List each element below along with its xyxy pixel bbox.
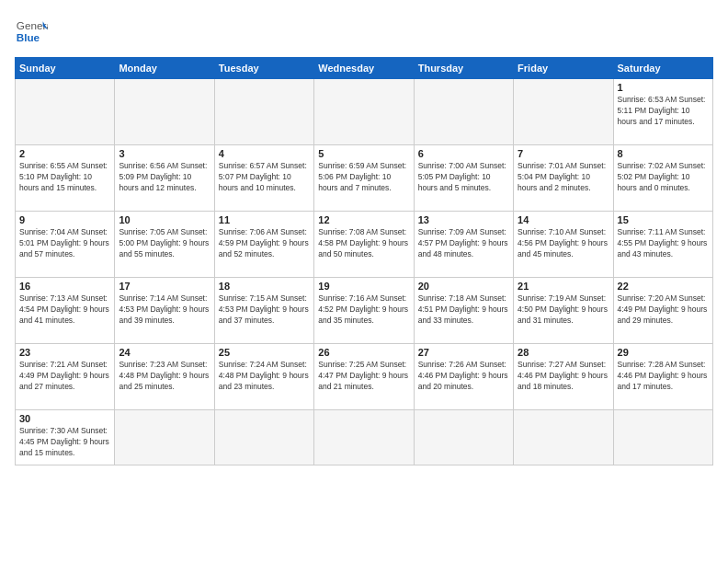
day-number: 20	[418, 281, 509, 292]
day-number: 27	[418, 347, 509, 358]
day-number: 18	[219, 281, 310, 292]
day-info: Sunrise: 7:19 AM Sunset: 4:50 PM Dayligh…	[518, 293, 609, 327]
week-row-3: 9Sunrise: 7:04 AM Sunset: 5:01 PM Daylig…	[16, 212, 713, 278]
week-row-5: 23Sunrise: 7:21 AM Sunset: 4:49 PM Dayli…	[16, 344, 713, 410]
day-number: 14	[518, 214, 609, 225]
calendar-cell: 5Sunrise: 6:59 AM Sunset: 5:06 PM Daylig…	[314, 145, 414, 212]
week-row-1: 1Sunrise: 6:53 AM Sunset: 5:11 PM Daylig…	[16, 79, 713, 145]
day-info: Sunrise: 7:04 AM Sunset: 5:01 PM Dayligh…	[19, 227, 110, 260]
day-info: Sunrise: 7:21 AM Sunset: 4:49 PM Dayligh…	[19, 360, 110, 393]
day-info: Sunrise: 7:05 AM Sunset: 5:00 PM Dayligh…	[119, 227, 210, 260]
calendar-table: SundayMondayTuesdayWednesdayThursdayFrid…	[15, 57, 713, 465]
weekday-header-monday: Monday	[115, 58, 214, 79]
day-info: Sunrise: 7:24 AM Sunset: 4:48 PM Dayligh…	[219, 360, 310, 393]
calendar-cell: 19Sunrise: 7:16 AM Sunset: 4:52 PM Dayli…	[314, 278, 414, 344]
week-row-2: 2Sunrise: 6:55 AM Sunset: 5:10 PM Daylig…	[16, 145, 713, 212]
calendar-cell	[115, 79, 214, 145]
calendar-cell: 26Sunrise: 7:25 AM Sunset: 4:47 PM Dayli…	[314, 344, 414, 410]
day-info: Sunrise: 7:23 AM Sunset: 4:48 PM Dayligh…	[119, 360, 210, 393]
calendar-cell: 14Sunrise: 7:10 AM Sunset: 4:56 PM Dayli…	[514, 212, 613, 278]
calendar-cell: 12Sunrise: 7:08 AM Sunset: 4:58 PM Dayli…	[314, 212, 414, 278]
day-info: Sunrise: 7:16 AM Sunset: 4:52 PM Dayligh…	[318, 293, 409, 327]
day-info: Sunrise: 6:57 AM Sunset: 5:07 PM Dayligh…	[219, 161, 310, 194]
day-info: Sunrise: 7:11 AM Sunset: 4:55 PM Dayligh…	[618, 227, 709, 260]
day-number: 1	[618, 82, 709, 93]
calendar-cell: 16Sunrise: 7:13 AM Sunset: 4:54 PM Dayli…	[16, 278, 115, 344]
weekday-header-thursday: Thursday	[414, 58, 513, 79]
calendar-cell: 9Sunrise: 7:04 AM Sunset: 5:01 PM Daylig…	[16, 212, 115, 278]
day-number: 13	[418, 214, 509, 225]
calendar-cell: 17Sunrise: 7:14 AM Sunset: 4:53 PM Dayli…	[115, 278, 214, 344]
day-number: 30	[19, 413, 110, 424]
weekday-header-row: SundayMondayTuesdayWednesdayThursdayFrid…	[16, 58, 713, 79]
day-number: 17	[119, 281, 210, 292]
day-info: Sunrise: 7:18 AM Sunset: 4:51 PM Dayligh…	[418, 293, 509, 327]
day-info: Sunrise: 7:09 AM Sunset: 4:57 PM Dayligh…	[418, 227, 509, 260]
day-info: Sunrise: 7:27 AM Sunset: 4:46 PM Dayligh…	[518, 360, 609, 393]
day-info: Sunrise: 7:02 AM Sunset: 5:02 PM Dayligh…	[618, 161, 709, 194]
weekday-header-saturday: Saturday	[613, 58, 712, 79]
day-number: 29	[618, 347, 709, 358]
calendar-cell	[613, 410, 712, 465]
day-number: 23	[19, 347, 110, 358]
calendar-cell: 23Sunrise: 7:21 AM Sunset: 4:49 PM Dayli…	[16, 344, 115, 410]
calendar-cell	[514, 410, 613, 465]
day-info: Sunrise: 6:59 AM Sunset: 5:06 PM Dayligh…	[318, 161, 409, 194]
week-row-4: 16Sunrise: 7:13 AM Sunset: 4:54 PM Dayli…	[16, 278, 713, 344]
calendar-cell	[414, 410, 513, 465]
weekday-header-sunday: Sunday	[16, 58, 115, 79]
day-number: 26	[318, 347, 409, 358]
page: General Blue SundayMondayTuesdayWednesda…	[0, 0, 728, 563]
weekday-header-wednesday: Wednesday	[314, 58, 414, 79]
day-number: 10	[119, 214, 210, 225]
calendar-cell: 7Sunrise: 7:01 AM Sunset: 5:04 PM Daylig…	[514, 145, 613, 212]
calendar-cell: 27Sunrise: 7:26 AM Sunset: 4:46 PM Dayli…	[414, 344, 513, 410]
day-number: 5	[318, 148, 409, 159]
svg-text:Blue: Blue	[17, 31, 40, 43]
day-info: Sunrise: 7:26 AM Sunset: 4:46 PM Dayligh…	[418, 360, 509, 393]
day-info: Sunrise: 7:15 AM Sunset: 4:53 PM Dayligh…	[219, 293, 310, 327]
weekday-header-friday: Friday	[514, 58, 613, 79]
day-info: Sunrise: 7:14 AM Sunset: 4:53 PM Dayligh…	[119, 293, 210, 327]
calendar-cell: 18Sunrise: 7:15 AM Sunset: 4:53 PM Dayli…	[214, 278, 313, 344]
day-info: Sunrise: 7:25 AM Sunset: 4:47 PM Dayligh…	[318, 360, 409, 393]
day-info: Sunrise: 7:10 AM Sunset: 4:56 PM Dayligh…	[518, 227, 609, 260]
day-info: Sunrise: 7:13 AM Sunset: 4:54 PM Dayligh…	[19, 293, 110, 327]
logo: General Blue	[15, 15, 48, 48]
day-number: 11	[219, 214, 310, 225]
day-info: Sunrise: 7:08 AM Sunset: 4:58 PM Dayligh…	[318, 227, 409, 260]
day-info: Sunrise: 7:30 AM Sunset: 4:45 PM Dayligh…	[19, 426, 110, 459]
day-number: 2	[19, 148, 110, 159]
day-number: 15	[618, 214, 709, 225]
calendar-cell: 24Sunrise: 7:23 AM Sunset: 4:48 PM Dayli…	[115, 344, 214, 410]
weekday-header-tuesday: Tuesday	[214, 58, 313, 79]
day-number: 19	[318, 281, 409, 292]
calendar-cell: 8Sunrise: 7:02 AM Sunset: 5:02 PM Daylig…	[613, 145, 712, 212]
calendar-cell: 2Sunrise: 6:55 AM Sunset: 5:10 PM Daylig…	[16, 145, 115, 212]
calendar-cell: 3Sunrise: 6:56 AM Sunset: 5:09 PM Daylig…	[115, 145, 214, 212]
calendar-cell	[214, 410, 313, 465]
day-info: Sunrise: 7:01 AM Sunset: 5:04 PM Dayligh…	[518, 161, 609, 194]
day-number: 7	[518, 148, 609, 159]
calendar-cell: 11Sunrise: 7:06 AM Sunset: 4:59 PM Dayli…	[214, 212, 313, 278]
day-info: Sunrise: 7:28 AM Sunset: 4:46 PM Dayligh…	[618, 360, 709, 393]
day-info: Sunrise: 6:53 AM Sunset: 5:11 PM Dayligh…	[618, 95, 709, 128]
day-number: 8	[618, 148, 709, 159]
week-row-6: 30Sunrise: 7:30 AM Sunset: 4:45 PM Dayli…	[16, 410, 713, 465]
calendar-cell	[214, 79, 313, 145]
calendar-cell: 29Sunrise: 7:28 AM Sunset: 4:46 PM Dayli…	[613, 344, 712, 410]
calendar-cell	[16, 79, 115, 145]
day-number: 9	[19, 214, 110, 225]
day-number: 4	[219, 148, 310, 159]
header: General Blue	[15, 15, 713, 48]
calendar-cell: 25Sunrise: 7:24 AM Sunset: 4:48 PM Dayli…	[214, 344, 313, 410]
calendar-cell	[514, 79, 613, 145]
day-info: Sunrise: 7:00 AM Sunset: 5:05 PM Dayligh…	[418, 161, 509, 194]
calendar-cell: 4Sunrise: 6:57 AM Sunset: 5:07 PM Daylig…	[214, 145, 313, 212]
day-number: 16	[19, 281, 110, 292]
calendar-cell: 15Sunrise: 7:11 AM Sunset: 4:55 PM Dayli…	[613, 212, 712, 278]
day-number: 24	[119, 347, 210, 358]
day-number: 21	[518, 281, 609, 292]
calendar-cell: 6Sunrise: 7:00 AM Sunset: 5:05 PM Daylig…	[414, 145, 513, 212]
day-number: 6	[418, 148, 509, 159]
